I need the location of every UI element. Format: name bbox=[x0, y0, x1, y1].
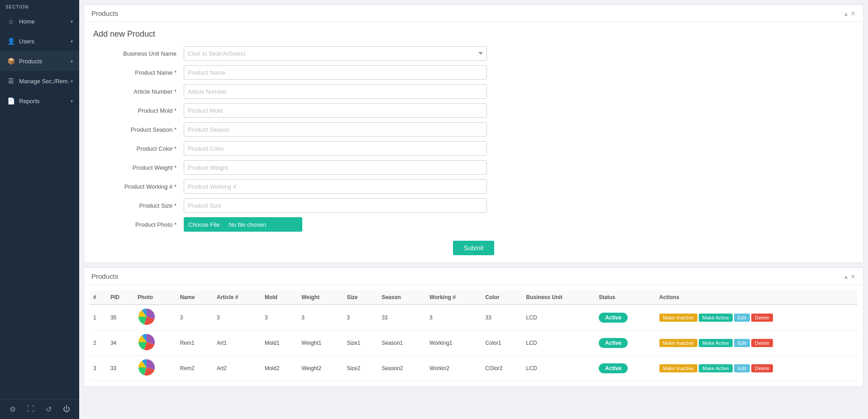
table-row: 234Rem1Art1Mold1Weight1Size1Season1Worki… bbox=[90, 330, 858, 356]
cell-working: 3 bbox=[426, 305, 482, 330]
input-product-name[interactable] bbox=[184, 65, 487, 80]
input-product-color[interactable] bbox=[184, 141, 487, 156]
cell-size: Size2 bbox=[343, 356, 378, 381]
col-season: Season bbox=[378, 290, 426, 305]
label-business-unit: Business Unit Name bbox=[93, 50, 184, 57]
cell-weight: 3 bbox=[298, 305, 343, 330]
status-badge: Active bbox=[599, 313, 628, 323]
field-row-product-mold: Product Mold * bbox=[93, 103, 854, 118]
chevron-icon: ▾ bbox=[71, 59, 73, 64]
col-article: Article # bbox=[213, 290, 261, 305]
make-inactive-button[interactable]: Make Inactive bbox=[659, 314, 697, 322]
input-product-weight[interactable] bbox=[184, 160, 487, 175]
panel-controls: ▴ ✕ bbox=[844, 10, 856, 17]
sidebar-item-manage[interactable]: ☰ Manage Sec./Rem. ▾ bbox=[0, 71, 79, 91]
submit-button[interactable]: Submit bbox=[453, 241, 495, 255]
input-product-mold[interactable] bbox=[184, 103, 487, 118]
col-mold: Mold bbox=[261, 290, 298, 305]
field-row-article-number: Article Number * bbox=[93, 84, 854, 99]
table-wrapper: # PID Photo Name Article # Mold Weight S… bbox=[90, 290, 858, 381]
label-product-weight: Product Weight * bbox=[93, 164, 184, 171]
col-business-unit: Business Unit bbox=[523, 290, 595, 305]
delete-button[interactable]: Delete bbox=[751, 314, 773, 322]
collapse-icon[interactable]: ▴ bbox=[844, 10, 848, 17]
products-icon: 📦 bbox=[6, 57, 15, 66]
close-icon[interactable]: ✕ bbox=[850, 10, 856, 17]
sidebar-item-products[interactable]: 📦 Products ▾ bbox=[0, 51, 79, 71]
sidebar-item-label: Users bbox=[19, 38, 34, 45]
cell-color: COlor2 bbox=[482, 356, 522, 381]
settings-icon[interactable]: ⚙ bbox=[10, 405, 16, 414]
cell-color: Color1 bbox=[482, 330, 522, 356]
sidebar-item-label: Home bbox=[19, 18, 35, 25]
sidebar-item-reports[interactable]: 📄 Reports ▾ bbox=[0, 91, 79, 111]
choose-file-button[interactable]: Choose File bbox=[184, 217, 224, 232]
make-inactive-button[interactable]: Make Inactive bbox=[659, 364, 697, 372]
cell-business-unit: LCD bbox=[523, 330, 595, 356]
edit-button[interactable]: Edit bbox=[734, 339, 750, 347]
cell-size: 3 bbox=[343, 305, 378, 330]
delete-button[interactable]: Delete bbox=[751, 364, 773, 372]
sidebar-item-home[interactable]: ⌂ Home ▾ bbox=[0, 11, 79, 31]
cell-working: Workin2 bbox=[426, 356, 482, 381]
make-inactive-button[interactable]: Make Inactive bbox=[659, 339, 697, 347]
chevron-icon: ▾ bbox=[71, 19, 73, 24]
sidebar-item-label: Products bbox=[19, 58, 42, 65]
col-color: Color bbox=[482, 290, 522, 305]
add-product-panel-title: Products bbox=[91, 10, 118, 17]
table-body: 1353333333333LCDActiveMake InactiveMake … bbox=[90, 305, 858, 381]
cell-name: Rem1 bbox=[176, 330, 213, 356]
edit-button[interactable]: Edit bbox=[734, 314, 750, 322]
sidebar-section-label: SECTION bbox=[0, 0, 79, 11]
manage-icon: ☰ bbox=[6, 76, 15, 86]
reports-icon: 📄 bbox=[6, 96, 15, 105]
cell-num: 1 bbox=[90, 305, 107, 330]
table-panel-controls: ▴ ✕ bbox=[844, 273, 856, 280]
cell-weight: Weight1 bbox=[298, 330, 343, 356]
select-business-unit[interactable]: Click to Search/Select bbox=[184, 46, 487, 61]
cell-article: Art2 bbox=[213, 356, 261, 381]
make-active-button[interactable]: Make Active bbox=[699, 339, 733, 347]
products-table-panel-title: Products bbox=[91, 272, 118, 280]
file-input-wrapper: Choose File No file chosen bbox=[184, 217, 302, 232]
sidebar-footer: ⚙ ⛶ ↺ ⏻ bbox=[0, 399, 79, 419]
make-active-button[interactable]: Make Active bbox=[699, 364, 733, 372]
power-icon[interactable]: ⏻ bbox=[63, 405, 70, 414]
field-row-business-unit: Business Unit Name Click to Search/Selec… bbox=[93, 46, 854, 61]
add-product-panel-header: Products ▴ ✕ bbox=[84, 5, 863, 22]
fullscreen-icon[interactable]: ⛶ bbox=[27, 405, 34, 414]
cell-photo bbox=[134, 305, 176, 330]
col-name: Name bbox=[176, 290, 213, 305]
table-row: 333Rem2Art2Mold2Weight2Size2Season2Worki… bbox=[90, 356, 858, 381]
products-table-panel: Products ▴ ✕ # PID Photo Name Article # bbox=[84, 267, 863, 387]
edit-button[interactable]: Edit bbox=[734, 364, 750, 372]
sidebar-item-users[interactable]: 👤 Users ▾ bbox=[0, 31, 79, 51]
cell-mold: Mold2 bbox=[261, 356, 298, 381]
sidebar: SECTION ⌂ Home ▾ 👤 Users ▾ 📦 Products ▾ … bbox=[0, 0, 79, 419]
sidebar-item-label: Reports bbox=[19, 98, 40, 105]
make-active-button[interactable]: Make Active bbox=[699, 314, 733, 322]
input-product-size[interactable] bbox=[184, 198, 487, 213]
close-icon[interactable]: ✕ bbox=[850, 273, 856, 280]
add-product-panel-body: Add new Product Business Unit Name Click… bbox=[84, 22, 863, 262]
col-photo: Photo bbox=[134, 290, 176, 305]
refresh-icon[interactable]: ↺ bbox=[46, 405, 52, 414]
cell-article: 3 bbox=[213, 305, 261, 330]
input-product-season[interactable] bbox=[184, 122, 487, 137]
collapse-icon[interactable]: ▴ bbox=[844, 273, 848, 280]
input-article-number[interactable] bbox=[184, 84, 487, 99]
cell-pid: 35 bbox=[107, 305, 134, 330]
cell-num: 3 bbox=[90, 356, 107, 381]
cell-business-unit: LCD bbox=[523, 305, 595, 330]
table-header-row: # PID Photo Name Article # Mold Weight S… bbox=[90, 290, 858, 305]
add-product-panel: Products ▴ ✕ Add new Product Business Un… bbox=[84, 5, 863, 263]
label-product-color: Product Color * bbox=[93, 145, 184, 152]
file-name-label: No file chosen bbox=[224, 217, 302, 232]
input-product-working[interactable] bbox=[184, 179, 487, 194]
col-num: # bbox=[90, 290, 107, 305]
col-actions: Actions bbox=[656, 290, 858, 305]
delete-button[interactable]: Delete bbox=[751, 339, 773, 347]
cell-actions: Make InactiveMake ActiveEditDelete bbox=[656, 330, 858, 356]
field-row-product-size: Product Size * bbox=[93, 198, 854, 213]
field-row-product-season: Product Season * bbox=[93, 122, 854, 137]
